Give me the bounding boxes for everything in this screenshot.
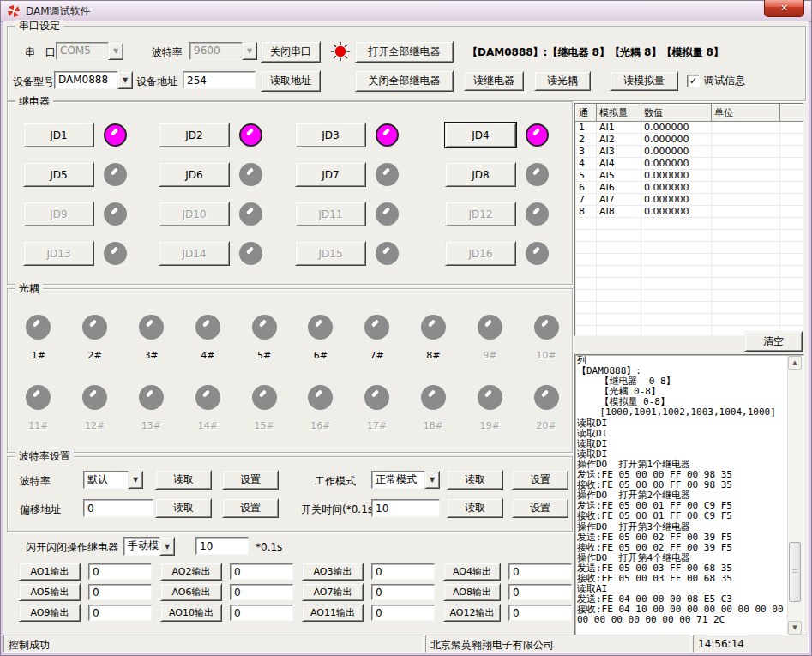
analog-cell: 0.000000 [641,194,712,206]
opto-label: 10# [536,350,556,361]
baud-read-button[interactable]: 读取 [155,470,212,490]
ao-button-ao10[interactable]: AO10输出 [160,604,222,622]
work-mode-read-button[interactable]: 读取 [447,470,503,490]
analog-empty-row [576,218,803,230]
offset-address-input[interactable] [83,499,153,517]
analog-cell [780,194,803,206]
relay-button-jd4[interactable]: JD4 [445,123,516,147]
relay-button-jd8[interactable]: JD8 [445,162,516,187]
baud-setting-select[interactable]: 默认 ▼ [83,471,143,489]
ao-button-ao11[interactable]: AO11输出 [302,604,364,622]
ao-button-ao6[interactable]: AO6输出 [160,583,222,601]
analog-output-grid: AO1输出AO2输出AO3输出AO4输出AO5输出AO6输出AO7输出AO8输出… [19,563,572,622]
ao-value-input[interactable] [371,563,435,580]
relay-button-jd7[interactable]: JD7 [295,162,366,187]
opto-label: 5# [257,350,271,361]
switch-time-set-button[interactable]: 设置 [512,498,568,518]
debug-info-checkbox[interactable]: ✓ 调试信息 [687,74,745,88]
ao-value-input[interactable] [371,605,435,621]
analog-empty-row [576,302,803,314]
baud-rate-select[interactable]: 9600 ▼ [189,42,257,60]
opto-row-2: 11#12#13#14#15#16#17#18#19#20# [10,385,574,431]
analog-cell: 0.000000 [641,170,712,182]
ao-button-ao4[interactable]: AO4输出 [443,563,501,581]
opto-led [82,385,107,410]
ao-value-input[interactable] [508,605,572,621]
opto-cell: 16# [292,385,349,431]
read-opto-button[interactable]: 读光耦 [534,71,591,91]
analog-col-header: 通 [576,105,597,122]
switch-time-input[interactable] [371,499,440,517]
log-scrollbar[interactable]: ▲ ▼ [787,356,803,635]
clear-log-button[interactable]: 清空 [744,331,803,352]
work-mode-set-button[interactable]: 设置 [512,470,568,490]
ao-output-cell: AO6输出 [160,583,302,601]
device-model-select[interactable]: DAM0888 ▼ [54,71,133,89]
read-address-button[interactable]: 读取地址 [261,70,321,92]
log-line: 读取DI [577,429,788,439]
ao-value-input[interactable] [88,605,152,621]
relay-led-on [526,123,549,147]
analog-empty-row [576,266,803,278]
offset-set-button[interactable]: 设置 [222,498,279,518]
baud-set-button[interactable]: 设置 [222,470,279,490]
scroll-down-icon[interactable]: ▼ [788,621,802,635]
ao-button-ao12[interactable]: AO12输出 [443,604,501,622]
device-address-input[interactable] [183,71,256,89]
close-port-button[interactable]: 关闭串口 [261,41,321,63]
relay-button-jd2[interactable]: JD2 [159,123,230,147]
ao-value-input[interactable] [230,563,293,580]
switch-time-label: 开关时间(*0.1s) [301,503,377,515]
relay-led-off [376,242,399,265]
analog-cell: 5 [576,170,597,182]
analog-cell [780,122,803,134]
relay-button-jd3[interactable]: JD3 [295,123,366,147]
flash-time-input[interactable] [195,537,249,555]
analog-cell [712,134,780,146]
ao-value-input[interactable] [230,605,293,621]
opto-cell: 19# [461,385,518,431]
baud-rate-value: 9600 [189,42,242,60]
relay-led-off [239,163,262,186]
company-name: 北京聚英翱翔电子有限公司 [425,635,691,653]
scroll-up-icon[interactable]: ▲ [788,356,802,370]
scrollbar-thumb[interactable] [789,542,801,602]
ao-button-ao7[interactable]: AO7输出 [302,583,364,601]
close-button[interactable]: ✕ [764,0,804,17]
opto-cell: 6# [292,315,349,361]
port-label: 串 口 [25,46,56,58]
relay-button-jd11: JD11 [295,202,366,226]
relay-button-jd6[interactable]: JD6 [159,162,230,187]
analog-cell: AI3 [597,146,641,158]
read-relay-button[interactable]: 读继电器 [464,71,524,91]
ao-value-input[interactable] [230,584,293,600]
ao-value-input[interactable] [508,563,572,580]
ao-value-input[interactable] [88,584,152,600]
opto-label: 2# [88,350,102,361]
analog-cell: AI1 [597,122,641,134]
relay-button-jd1[interactable]: JD1 [23,123,94,147]
opto-led [478,315,502,340]
close-all-relays-button[interactable]: 关闭全部继电器 [355,70,454,92]
ao-button-ao2[interactable]: AO2输出 [160,563,222,581]
ao-button-ao1[interactable]: AO1输出 [19,563,81,581]
ao-value-input[interactable] [508,584,572,600]
ao-button-ao3[interactable]: AO3输出 [302,563,364,581]
chevron-down-icon: ▼ [108,42,123,60]
com-port-select[interactable]: COM5 ▼ [56,42,123,60]
offset-read-button[interactable]: 读取 [155,498,212,518]
ao-value-input[interactable] [88,563,152,580]
relay-cell: JD11 [295,202,445,226]
ao-button-ao8[interactable]: AO8输出 [443,583,501,601]
relay-button-jd5[interactable]: JD5 [23,162,94,187]
ao-value-input[interactable] [371,584,435,600]
read-analog-button[interactable]: 读模拟量 [610,71,678,91]
ao-button-ao5[interactable]: AO5输出 [19,583,81,601]
analog-row: 4AI40.000000 [576,158,803,170]
work-mode-select[interactable]: 正常模式 ▼ [371,471,440,489]
opto-cell: 15# [236,385,292,431]
open-all-relays-button[interactable]: 打开全部继电器 [355,41,454,63]
ao-button-ao9[interactable]: AO9输出 [19,604,81,622]
switch-time-read-button[interactable]: 读取 [447,498,503,518]
flash-mode-select[interactable]: 手动模式 ▼ [123,537,175,556]
